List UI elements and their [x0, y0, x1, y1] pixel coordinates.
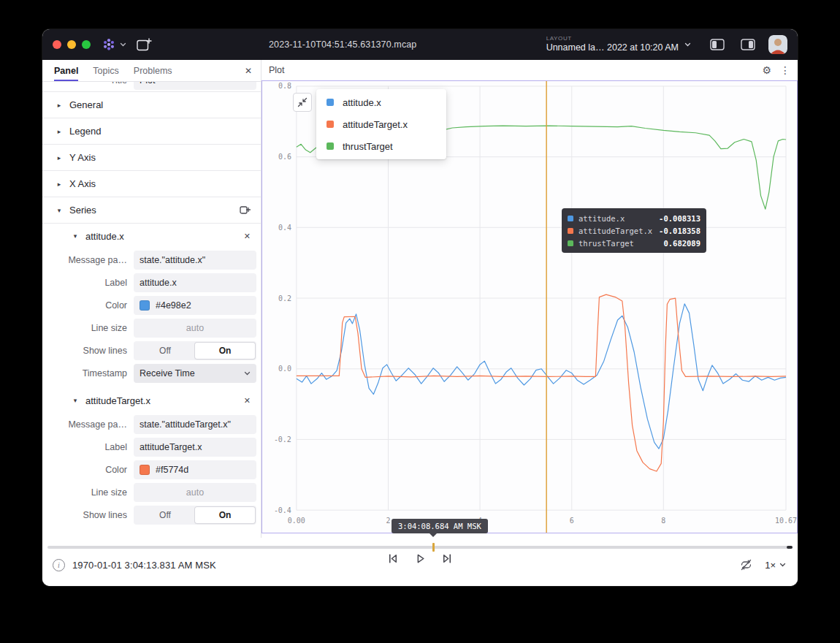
- more-options-icon[interactable]: ⋮: [780, 64, 790, 76]
- section-y-axis-label: Y Axis: [69, 152, 96, 163]
- field-line-size: Line size auto: [42, 481, 261, 503]
- speed-value: 1×: [765, 560, 776, 571]
- plot-panel-header: Plot ⚙ ⋮: [261, 60, 798, 80]
- timestamp-select[interactable]: Receive Time: [134, 364, 256, 383]
- caret-down-icon: ▾: [72, 232, 79, 240]
- color-input[interactable]: #f5774d: [134, 460, 256, 479]
- svg-text:-0.4: -0.4: [274, 506, 291, 514]
- show-lines-off[interactable]: Off: [135, 343, 195, 359]
- section-general-label: General: [69, 99, 103, 110]
- seek-forward-button[interactable]: [441, 552, 454, 565]
- field-label: Label attitudeTarget.x: [42, 435, 261, 458]
- section-general[interactable]: ▸ General: [42, 92, 261, 118]
- section-series[interactable]: ▾ Series: [42, 197, 261, 224]
- svg-text:6: 6: [570, 517, 574, 525]
- section-legend[interactable]: ▸ Legend: [42, 118, 261, 145]
- series-attitude-target-x-header[interactable]: ▾ attitudeTarget.x ✕: [42, 388, 261, 413]
- chevron-down-icon: [779, 563, 786, 567]
- title-field-input[interactable]: Plot: [134, 82, 256, 90]
- label-input[interactable]: attitude.x: [134, 273, 256, 292]
- label-input[interactable]: attitudeTarget.x: [134, 438, 256, 457]
- toggle-right-sidebar-button[interactable]: [741, 39, 755, 50]
- series-color-swatch: [327, 99, 334, 106]
- plot-panel: Plot ⚙ ⋮ 0.80.60.40.20.0-0.2-0.40.002468…: [261, 60, 798, 538]
- avatar-image: [768, 35, 787, 54]
- foxglove-logo-icon: [101, 37, 117, 53]
- svg-text:10.67: 10.67: [775, 517, 797, 525]
- layout-menu-button[interactable]: LAYOUT Unnamed la… 2022 at 10:20 AM: [546, 35, 691, 54]
- playback-bar: 3:04:08.684 AM MSK i 1970-01-01 3:04:13.…: [42, 538, 798, 586]
- add-series-button[interactable]: [240, 205, 251, 216]
- scrubber-time-tooltip: 3:04:08.684 AM MSK: [392, 519, 488, 533]
- playhead-marker[interactable]: [432, 543, 435, 552]
- svg-text:0.4: 0.4: [278, 224, 291, 232]
- plot-legend: attitude.x attitudeTarget.x thrustTarget: [316, 89, 446, 159]
- add-panel-button[interactable]: [137, 38, 152, 51]
- field-message-path: Message pa… state."attitude.x": [42, 248, 261, 271]
- left-sidebar-icon: [710, 39, 725, 50]
- collapse-legend-button[interactable]: [293, 93, 312, 112]
- layout-label: LAYOUT: [546, 35, 679, 42]
- timestamp-value: Receive Time: [140, 368, 195, 378]
- color-swatch[interactable]: [140, 465, 150, 475]
- message-path-input[interactable]: state."attitude.x": [134, 251, 256, 270]
- close-window-button[interactable]: [53, 40, 61, 49]
- show-lines-on[interactable]: On: [195, 343, 255, 359]
- tab-topics[interactable]: Topics: [93, 60, 118, 81]
- svg-text:0.8: 0.8: [278, 82, 291, 90]
- field-label: Show lines: [42, 346, 134, 356]
- series-color-swatch: [327, 121, 334, 128]
- titlebar: 2023-11-10T04:51:45.631370.mcap LAYOUT U…: [42, 29, 798, 60]
- message-path-input[interactable]: state."attitudeTarget.x": [134, 415, 256, 434]
- series-color-swatch: [327, 142, 334, 150]
- loop-off-button[interactable]: [739, 558, 753, 571]
- svg-text:0.00: 0.00: [288, 517, 305, 525]
- svg-text:8: 8: [661, 517, 665, 525]
- legend-item-attitude-x[interactable]: attitude.x: [316, 91, 446, 113]
- tab-problems[interactable]: Problems: [134, 60, 172, 81]
- tooltip-row: thrustTarget 0.682089: [568, 237, 700, 249]
- field-label: Label: [42, 442, 134, 452]
- line-size-input[interactable]: auto: [134, 319, 256, 338]
- tab-panel[interactable]: Panel: [54, 60, 78, 81]
- close-sidebar-button[interactable]: ✕: [245, 60, 252, 81]
- remove-series-button[interactable]: ✕: [244, 232, 251, 241]
- avatar[interactable]: [768, 35, 787, 54]
- caret-right-icon: ▸: [56, 154, 63, 161]
- field-label: Color: [42, 300, 134, 311]
- field-color: Color #f5774d: [42, 458, 261, 481]
- remove-series-button[interactable]: ✕: [244, 396, 251, 406]
- seek-backward-button[interactable]: [387, 552, 400, 565]
- legend-item-thrust-target[interactable]: thrustTarget: [316, 135, 446, 157]
- settings-gear-icon[interactable]: ⚙: [762, 64, 771, 76]
- playback-controls-row: i 1970-01-01 3:04:13.831 AM MSK: [42, 552, 798, 571]
- line-size-input[interactable]: auto: [134, 483, 256, 502]
- info-icon[interactable]: i: [53, 559, 65, 571]
- section-series-label: Series: [69, 205, 96, 216]
- toggle-left-sidebar-button[interactable]: [710, 39, 725, 50]
- color-swatch[interactable]: [140, 300, 150, 311]
- play-button[interactable]: [414, 552, 427, 565]
- chevron-down-icon: [120, 42, 126, 47]
- timeline-scrubber[interactable]: [47, 546, 793, 549]
- show-lines-toggle: Off On: [134, 506, 256, 525]
- tooltip-series-value: -0.008313: [659, 214, 700, 223]
- playback-speed-select[interactable]: 1×: [765, 560, 786, 571]
- section-y-axis[interactable]: ▸ Y Axis: [42, 145, 261, 171]
- show-lines-off[interactable]: Off: [135, 507, 195, 523]
- color-input[interactable]: #4e98e2: [134, 296, 256, 315]
- maximize-window-button[interactable]: [82, 40, 91, 49]
- scrubber-zone: 3:04:08.684 AM MSK: [42, 538, 798, 552]
- legend-item-attitude-target-x[interactable]: attitudeTarget.x: [316, 113, 446, 135]
- show-lines-on[interactable]: On: [195, 507, 255, 523]
- series-attitude-x-header[interactable]: ▾ attitude.x ✕: [42, 224, 261, 248]
- series-name: attitudeTarget.x: [85, 395, 150, 406]
- field-label: Message pa…: [42, 419, 134, 430]
- minimize-window-button[interactable]: [67, 40, 76, 49]
- title-row-clipped: Title Plot: [42, 82, 261, 92]
- sidebar-toggles: [710, 39, 755, 50]
- app-menu-button[interactable]: [101, 37, 126, 53]
- field-message-path: Message pa… state."attitudeTarget.x": [42, 413, 261, 435]
- plot-canvas[interactable]: 0.80.60.40.20.0-0.2-0.40.00246810.67 att…: [261, 80, 798, 533]
- section-x-axis[interactable]: ▸ X Axis: [42, 171, 261, 197]
